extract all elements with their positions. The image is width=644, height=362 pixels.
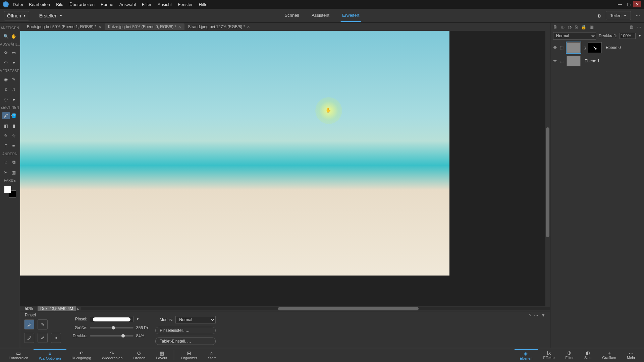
document-tab[interactable]: Strand.jpeg bei 127% (RGB/8) *✕ xyxy=(184,23,253,30)
adjustment-icon[interactable]: ◐ xyxy=(561,24,565,29)
opacity-dropdown-icon[interactable]: ▼ xyxy=(638,34,641,38)
mask-icon[interactable]: ◔ xyxy=(568,24,572,29)
bottom-wz-optionen[interactable]: ≡WZ-Optionen xyxy=(34,349,66,361)
lock-indicator-icon[interactable]: ⬚ xyxy=(560,45,565,50)
opacity-slider[interactable] xyxy=(90,335,133,337)
mode-tab-schnell[interactable]: Schnell xyxy=(283,9,301,22)
blur-tool-icon[interactable]: ◌ xyxy=(2,96,10,103)
document-tab[interactable]: Buch.jpeg bei 50% (Ebene 1, RGB/8) *✕ xyxy=(23,23,105,30)
menu-hilfe[interactable]: Hilfe xyxy=(199,2,207,7)
panel-more-icon[interactable]: ⋯ xyxy=(637,24,641,29)
layer-thumbnail[interactable] xyxy=(567,56,581,66)
brush-variant-5-icon[interactable]: ✦ xyxy=(51,333,61,343)
horizontal-scrollbar[interactable]: 50% Dok: 13,5M/49,4M ▸ xyxy=(20,306,550,311)
wand-tool-icon[interactable]: ✦ xyxy=(10,59,17,66)
bottom-filter[interactable]: ⊕Filter xyxy=(560,349,579,361)
share-button[interactable]: Teilen▼ xyxy=(606,11,631,20)
visibility-icon[interactable]: 👁 xyxy=(553,59,558,63)
menu-datei[interactable]: Datei xyxy=(13,2,23,7)
options-more-icon[interactable]: ⋯ xyxy=(534,313,538,318)
document-tab[interactable]: Katze.jpg bei 50% (Ebene 0, RGB/8) *✕ xyxy=(105,23,184,30)
vertical-scrollbar[interactable] xyxy=(545,31,550,306)
mode-tab-erweitert[interactable]: Erweitert xyxy=(341,9,361,22)
color-swatches[interactable] xyxy=(4,186,16,198)
link-icon[interactable]: ⎘ xyxy=(575,24,578,29)
bottom-stile[interactable]: ◐Stile xyxy=(579,349,597,361)
pencil-tool-icon[interactable]: ✎ xyxy=(2,132,10,139)
straighten-tool-icon[interactable]: ✂ xyxy=(2,169,10,176)
bottom-wiederholen[interactable]: ↷Wiederholen xyxy=(97,350,128,361)
lasso-tool-icon[interactable]: ◠ xyxy=(2,59,10,66)
link-mask-icon[interactable]: ⬚ xyxy=(583,46,586,50)
theme-toggle-icon[interactable]: ◐ xyxy=(597,13,601,18)
lock-icon[interactable]: 🔒 xyxy=(581,24,586,29)
blend-mode-select[interactable]: Normal xyxy=(553,32,596,40)
tablet-settings-button[interactable]: Tablet-Einstell. … xyxy=(155,338,216,345)
menu-filter[interactable]: Filter xyxy=(142,2,152,7)
tab-close-icon[interactable]: ✕ xyxy=(178,25,181,29)
create-button[interactable]: Erstellen▼ xyxy=(36,12,66,20)
menu-auswahl[interactable]: Auswahl xyxy=(119,2,136,7)
bottom-ebenen[interactable]: ◈Ebenen xyxy=(515,349,538,361)
bottom-grafiken[interactable]: ＋Grafiken xyxy=(597,349,622,361)
brush-variant-1-icon[interactable]: 🖌 xyxy=(24,319,34,329)
marquee-tool-icon[interactable]: ▭ xyxy=(10,49,17,56)
brush-preview[interactable] xyxy=(90,316,133,322)
pen-tool-icon[interactable]: ✒ xyxy=(10,142,17,149)
menu-fenster[interactable]: Fenster xyxy=(178,2,193,7)
maximize-button[interactable]: ▢ xyxy=(625,1,633,7)
tab-close-icon[interactable]: ✕ xyxy=(247,25,250,29)
text-tool-icon[interactable]: T xyxy=(2,142,10,149)
canvas[interactable]: ✋ xyxy=(20,31,449,276)
clone-tool-icon[interactable]: ⎌ xyxy=(2,85,10,93)
brush-tool-icon[interactable]: 🖌 xyxy=(2,112,10,119)
collapse-icon[interactable]: ▼ xyxy=(541,313,545,318)
perspective-tool-icon[interactable]: ▥ xyxy=(10,169,17,176)
menu-ansicht[interactable]: Ansicht xyxy=(158,2,172,7)
brush-variant-2-icon[interactable]: ✎ xyxy=(38,319,48,329)
layer-row[interactable]: 👁⬚⬚↘Ebene 0 xyxy=(550,41,644,54)
bottom-layout[interactable]: ▦Layout xyxy=(151,350,172,361)
eraser-tool-icon[interactable]: ◧ xyxy=(2,122,10,129)
mode-select[interactable]: Normal xyxy=(175,316,216,323)
lock-indicator-icon[interactable]: ⬚ xyxy=(560,59,565,63)
close-button[interactable]: ✕ xyxy=(633,1,641,7)
size-slider[interactable] xyxy=(90,327,133,328)
layer-thumbnail[interactable] xyxy=(567,42,581,53)
menu-ebene[interactable]: Ebene xyxy=(101,2,113,7)
shape-tool-icon[interactable]: ☆ xyxy=(10,132,17,139)
visibility-icon[interactable]: 👁 xyxy=(553,45,558,50)
open-button[interactable]: Öffnen▼ xyxy=(4,11,29,20)
gradient-tool-icon[interactable]: ▮ xyxy=(10,122,17,129)
more-icon[interactable]: ⋯ xyxy=(636,13,640,18)
bottom-rückgängig[interactable]: ↶Rückgängig xyxy=(66,350,97,361)
layer-mask-thumbnail[interactable]: ↘ xyxy=(588,42,602,53)
layer-opacity-input[interactable] xyxy=(620,33,636,39)
brush-settings-button[interactable]: Pinseleinstell. … xyxy=(155,327,216,334)
crop-tool-icon[interactable]: ⟀ xyxy=(2,159,10,166)
mode-tab-assistent[interactable]: Assistent xyxy=(310,9,331,22)
bottom-drehen[interactable]: ⟳Drehen xyxy=(128,350,151,361)
stamp-tool-icon[interactable]: ⎍ xyxy=(10,85,17,93)
layer-name[interactable]: Ebene 0 xyxy=(604,45,641,50)
menu-überarbeiten[interactable]: Überarbeiten xyxy=(69,2,95,7)
tab-close-icon[interactable]: ✕ xyxy=(98,25,101,29)
trash-icon[interactable]: 🗑 xyxy=(629,24,634,29)
bottom-fotobereich[interactable]: ▭Fotobereich xyxy=(3,350,34,361)
spot-tool-icon[interactable]: ✎ xyxy=(10,75,17,83)
recompose-tool-icon[interactable]: ⧉ xyxy=(10,159,17,166)
new-layer-icon[interactable]: 🗎 xyxy=(553,24,557,29)
move-tool-icon[interactable]: ✥ xyxy=(2,49,10,56)
hand-tool-icon[interactable]: ✋ xyxy=(10,33,17,40)
brush-dropdown-icon[interactable]: ▼ xyxy=(136,317,139,321)
zoom-tool-icon[interactable]: 🔍 xyxy=(2,33,10,40)
redeye-tool-icon[interactable]: ◉ xyxy=(2,75,10,83)
bottom-mehr[interactable]: ⋯Mehr xyxy=(622,349,641,361)
fx-icon[interactable]: ▦ xyxy=(590,24,594,29)
help-icon[interactable]: ? xyxy=(529,313,531,318)
bottom-effekte[interactable]: fxEffekte xyxy=(538,349,560,361)
layer-row[interactable]: 👁⬚Ebene 1 xyxy=(550,54,644,68)
bottom-organizer[interactable]: ⊞Organizer xyxy=(175,350,202,361)
brush-variant-4-icon[interactable]: ✐ xyxy=(38,333,48,343)
menu-bild[interactable]: Bild xyxy=(56,2,63,7)
